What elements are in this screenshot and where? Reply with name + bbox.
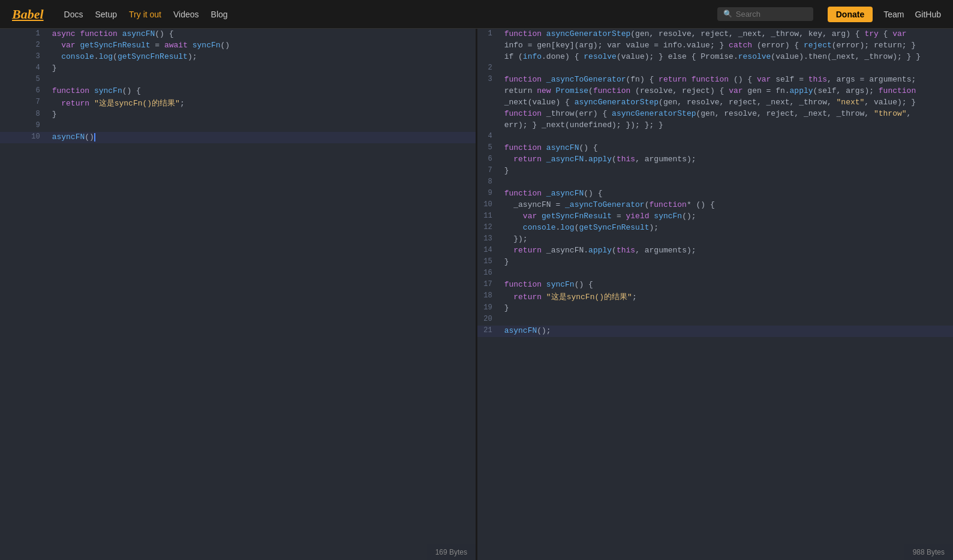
line-code: var getSyncFnResult = yield syncFn(); bbox=[500, 211, 953, 222]
line-number: 9 bbox=[477, 188, 500, 200]
right-editor-pane: 1 function asyncGeneratorStep(gen, resol… bbox=[477, 29, 953, 560]
right-status-bar: 988 Bytes bbox=[904, 544, 953, 560]
line-code: } bbox=[47, 109, 476, 121]
table-row: 2 var getSyncFnResult = await syncFn() bbox=[0, 40, 476, 52]
table-row: 12 console.log(getSyncFnResult); bbox=[477, 222, 953, 234]
table-row: 11 var getSyncFnResult = yield syncFn(); bbox=[477, 211, 953, 222]
navbar: Babel Docs Setup Try it out Videos Blog … bbox=[0, 0, 953, 29]
line-code: function syncFn() { bbox=[47, 86, 476, 97]
table-row: 4 bbox=[477, 131, 953, 143]
line-number: 11 bbox=[477, 211, 500, 222]
line-code bbox=[500, 314, 953, 326]
nav-link-setup[interactable]: Setup bbox=[95, 10, 117, 19]
nav-link-try[interactable]: Try it out bbox=[129, 10, 161, 19]
right-code-area[interactable]: 1 function asyncGeneratorStep(gen, resol… bbox=[477, 29, 953, 541]
line-code: return _asyncFN.apply(this, arguments); bbox=[500, 154, 953, 165]
line-code: } bbox=[500, 303, 953, 314]
table-row: 10 _asyncFN = _asyncToGenerator(function… bbox=[477, 200, 953, 211]
line-number: 19 bbox=[477, 303, 500, 314]
table-row: 2 bbox=[477, 63, 953, 74]
line-code: err); } _next(undefined); }); }; } bbox=[500, 120, 953, 131]
line-code: asyncFN() bbox=[47, 132, 476, 143]
table-row: 4 } bbox=[0, 63, 476, 74]
line-code: return new Promise(function (resolve, re… bbox=[500, 86, 953, 97]
table-row: return new Promise(function (resolve, re… bbox=[477, 86, 953, 97]
line-number: 18 bbox=[477, 291, 500, 303]
line-number: 1 bbox=[477, 29, 500, 40]
nav-link-github[interactable]: GitHub bbox=[915, 10, 941, 19]
line-number: 10 bbox=[477, 200, 500, 211]
search-input[interactable] bbox=[736, 10, 796, 19]
line-code: }); bbox=[500, 234, 953, 245]
line-number: 5 bbox=[477, 143, 500, 154]
table-row: 21 asyncFN(); bbox=[477, 326, 953, 337]
line-code bbox=[500, 177, 953, 188]
line-code bbox=[500, 63, 953, 74]
table-row: 7 return "这是syncFn()的结果"; bbox=[0, 97, 476, 109]
line-number bbox=[477, 109, 500, 120]
line-code: return "这是syncFn()的结果"; bbox=[47, 97, 476, 109]
line-code: asyncFN(); bbox=[500, 326, 953, 337]
line-number: 2 bbox=[477, 63, 500, 74]
nav-logo[interactable]: Babel bbox=[12, 7, 44, 22]
line-number bbox=[477, 52, 500, 63]
line-number: 21 bbox=[477, 326, 500, 337]
line-number: 2 bbox=[0, 40, 47, 52]
table-row: 13 }); bbox=[477, 234, 953, 245]
line-number: 7 bbox=[477, 165, 500, 177]
line-code: } bbox=[500, 257, 953, 268]
table-row: 6 return _asyncFN.apply(this, arguments)… bbox=[477, 154, 953, 165]
line-number: 12 bbox=[477, 222, 500, 234]
search-box[interactable]: 🔍 bbox=[717, 7, 813, 21]
nav-link-docs[interactable]: Docs bbox=[64, 10, 83, 19]
line-number: 10 bbox=[0, 132, 47, 143]
line-number bbox=[477, 97, 500, 109]
line-code: console.log(getSyncFnResult); bbox=[500, 222, 953, 234]
line-code bbox=[500, 131, 953, 143]
line-code: return "这是syncFn()的结果"; bbox=[500, 291, 953, 303]
table-row: 18 return "这是syncFn()的结果"; bbox=[477, 291, 953, 303]
line-number: 6 bbox=[477, 154, 500, 165]
nav-link-team[interactable]: Team bbox=[883, 10, 904, 19]
left-code-area[interactable]: 1 async function asyncFN() { 2 var getSy… bbox=[0, 29, 476, 541]
line-number: 6 bbox=[0, 86, 47, 97]
line-code: function _asyncToGenerator(fn) { return … bbox=[500, 74, 953, 86]
right-code-table: 1 function asyncGeneratorStep(gen, resol… bbox=[477, 29, 953, 337]
line-number: 1 bbox=[0, 29, 47, 40]
left-status-bar: 169 Bytes bbox=[427, 544, 476, 560]
nav-link-videos[interactable]: Videos bbox=[173, 10, 199, 19]
table-row: 9 function _asyncFN() { bbox=[477, 188, 953, 200]
line-code: function syncFn() { bbox=[500, 279, 953, 291]
table-row: 8 bbox=[477, 177, 953, 188]
line-code: function asyncFN() { bbox=[500, 143, 953, 154]
table-row: info = gen[key](arg); var value = info.v… bbox=[477, 40, 953, 52]
table-row: if (info.done) { resolve(value); } else … bbox=[477, 52, 953, 63]
line-number: 4 bbox=[477, 131, 500, 143]
table-row: function _throw(err) { asyncGeneratorSte… bbox=[477, 109, 953, 120]
table-row: 20 bbox=[477, 314, 953, 326]
line-number: 7 bbox=[0, 97, 47, 109]
line-number bbox=[477, 86, 500, 97]
line-code: _asyncFN = _asyncToGenerator(function* (… bbox=[500, 200, 953, 211]
line-number: 3 bbox=[477, 74, 500, 86]
line-code: async function asyncFN() { bbox=[47, 29, 476, 40]
left-editor-pane: 1 async function asyncFN() { 2 var getSy… bbox=[0, 29, 476, 560]
line-number: 5 bbox=[0, 74, 47, 86]
line-code: if (info.done) { resolve(value); } else … bbox=[500, 52, 953, 63]
editor-container: 1 async function asyncFN() { 2 var getSy… bbox=[0, 29, 953, 560]
line-code: } bbox=[500, 165, 953, 177]
donate-button[interactable]: Donate bbox=[828, 7, 873, 22]
table-row: 1 async function asyncFN() { bbox=[0, 29, 476, 40]
table-row: 16 bbox=[477, 268, 953, 279]
nav-link-blog[interactable]: Blog bbox=[211, 10, 228, 19]
table-row: _next(value) { asyncGeneratorStep(gen, r… bbox=[477, 97, 953, 109]
table-row: 10 asyncFN() bbox=[0, 132, 476, 143]
line-code: function _throw(err) { asyncGeneratorSte… bbox=[500, 109, 953, 120]
table-row: 7 } bbox=[477, 165, 953, 177]
table-row: 5 function asyncFN() { bbox=[477, 143, 953, 154]
line-number: 9 bbox=[0, 121, 47, 132]
search-icon: 🔍 bbox=[723, 10, 732, 19]
line-code: var getSyncFnResult = await syncFn() bbox=[47, 40, 476, 52]
line-number: 8 bbox=[477, 177, 500, 188]
line-code: } bbox=[47, 63, 476, 74]
